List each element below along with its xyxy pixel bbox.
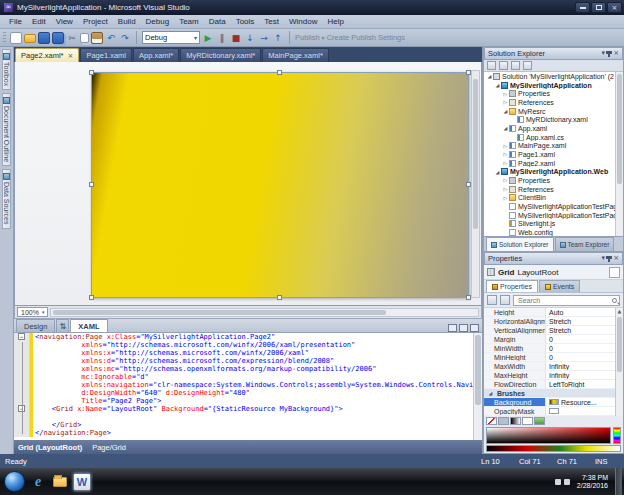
tree-item-page2-xaml[interactable]: ▷Page2.xaml [484,159,623,168]
doc-tab-page1-xaml[interactable]: Page1.xaml [80,48,132,62]
tab-xaml[interactable]: XAML [70,319,107,332]
scrollbar-thumb[interactable] [475,335,481,405]
close-icon[interactable]: × [613,50,619,57]
gradient-brush-icon[interactable] [510,417,521,425]
break-all-icon[interactable]: ‖ [216,32,228,44]
scrollbar-thumb[interactable] [617,317,622,372]
doc-tab-app-xaml[interactable]: App.xaml* [133,48,179,62]
xaml-editor[interactable]: −<navigation:Page x:Class="MySilverlight… [14,333,482,440]
code-line-3[interactable]: xmlns:x="http://schemas.microsoft.com/wi… [14,349,482,357]
tool-tab-data-sources[interactable]: Data Sources [2,169,11,228]
code-line-9[interactable]: Title="Page2 Page"> [14,397,482,405]
property-row-opacitymask[interactable]: OpacityMask [484,407,623,416]
expander-icon[interactable]: ▷ [502,160,509,166]
tree-item-properties[interactable]: ▷Properties [484,89,623,98]
create-publish-settings-label[interactable]: Create Publish Settings [327,33,405,42]
code-line-5[interactable]: xmlns:mc="http://schemas.openxmlformats.… [14,365,482,373]
expander-icon[interactable]: ◢ [494,82,501,88]
expander-icon[interactable]: ▷ [502,99,509,105]
artboard-page2[interactable] [91,72,469,298]
property-value[interactable]: Stretch [546,326,623,334]
window-position-icon[interactable]: ▾ [602,255,606,262]
step-over-icon[interactable]: → [258,32,270,44]
property-row-horizontalalignme[interactable]: HorizontalAlignmeStretch [484,317,623,326]
resource-brush-icon[interactable] [534,417,545,425]
expander-icon[interactable]: ▷ [502,143,509,149]
selection-handle[interactable] [89,182,94,187]
tree-item-references[interactable]: ▷References [484,185,623,194]
tree-item-properties[interactable]: ▷Properties [484,176,623,185]
property-row-maxheight[interactable]: MaxHeightInfinity [484,371,623,380]
internet-explorer-icon[interactable]: e [29,473,47,491]
saturation-value-canvas[interactable] [486,427,611,444]
explorer-folder-icon[interactable] [51,473,69,491]
breadcrumb-grid-layoutroot[interactable]: Grid (LayoutRoot) [18,443,82,452]
solution-configuration-dropdown[interactable]: Debug ▾ [142,31,200,44]
scrollbar-thumb[interactable] [53,310,386,315]
publish-button[interactable]: Publish [295,33,320,42]
property-row-background[interactable]: BackgroundResource... [484,398,623,407]
tree-item-mainpage-xaml[interactable]: ▷MainPage.xaml [484,141,623,150]
selection-handle[interactable] [277,295,282,300]
window-position-icon[interactable]: ▾ [602,50,606,57]
grid-vertical-scrollbar[interactable]: ▲ [615,308,623,416]
cut-icon[interactable]: ✂ [66,32,78,44]
categorize-icon[interactable] [487,295,497,305]
code-line-11[interactable] [14,413,482,421]
tree-item-mysilverlightapplication[interactable]: ◢MySilverlightApplication [484,81,623,90]
code-line-7[interactable]: xmlns:navigation="clr-namespace:System.W… [14,381,482,389]
code-line-10[interactable]: − <Grid x:Name="LayoutRoot" Background="… [14,405,482,413]
code-line-8[interactable]: d:DesignWidth="640" d:DesignHeight="480" [14,389,482,397]
expander-icon[interactable]: ▷ [502,151,509,157]
refresh-icon[interactable] [511,61,520,70]
tree-item-references[interactable]: ▷References [484,98,623,107]
menu-build[interactable]: Build [113,16,141,27]
property-row-brushes[interactable]: ◢Brushes [484,389,623,398]
property-value[interactable]: LeftToRight [546,380,623,388]
expander-icon[interactable]: ▷ [502,186,509,192]
tree-item-silverlight-js[interactable]: Silverlight.js [484,219,623,228]
solution-explorer-title-bar[interactable]: Solution Explorer ▾ × [484,47,623,60]
code-line-6[interactable]: mc:Ignorable="d" [14,373,482,381]
expand-pane-icon[interactable] [470,324,479,332]
code-line-12[interactable]: </Grid> [14,421,482,429]
null-brush-icon[interactable] [486,417,497,425]
sort-alphabetical-icon[interactable] [500,295,510,305]
properties-title-bar[interactable]: Properties ▾ × [484,252,623,265]
selection-handle[interactable] [89,295,94,300]
zoom-dropdown[interactable]: 100% ▾ [17,307,48,317]
new-project-icon[interactable] [10,32,22,44]
tab-design[interactable]: Design [16,319,55,332]
tree-item-clientbin[interactable]: ▷ClientBin [484,193,623,202]
maximize-button[interactable] [591,2,606,13]
gradient-stop-bar[interactable] [486,445,621,452]
fold-toggle-icon[interactable]: − [18,333,25,340]
property-value[interactable]: Resource... [546,398,623,406]
expander-icon[interactable]: ◢ [502,108,509,114]
split-vertical-icon[interactable] [459,324,468,332]
menu-window[interactable]: Window [284,16,322,27]
expander-icon[interactable]: ◢ [486,73,493,79]
copy-icon[interactable] [80,33,89,43]
selection-handle[interactable] [277,70,282,75]
tool-tab-document-outline[interactable]: Document Outline [2,93,11,166]
property-value[interactable]: Auto [546,308,623,316]
network-icon[interactable] [555,479,561,485]
tree-vertical-scrollbar[interactable] [615,72,623,236]
code-line-4[interactable]: xmlns:d="http://schemas.microsoft.com/ex… [14,357,482,365]
doc-tab-page2-xaml[interactable]: Page2.xaml*× [15,48,79,62]
code-line-1[interactable]: −<navigation:Page x:Class="MySilverlight… [14,333,482,341]
close-tab-icon[interactable]: × [68,52,74,60]
view-code-icon[interactable] [523,61,532,70]
bottom-tab-team-explorer[interactable]: Team Explorer [555,237,615,251]
swap-panes-button[interactable]: ⇅ [56,319,69,332]
solid-brush-icon[interactable] [498,417,509,425]
pin-icon[interactable] [608,256,610,262]
code-line-13[interactable]: </navigation:Page> [14,429,482,437]
tree-item-page1-xaml[interactable]: ▷Page1.xaml [484,150,623,159]
step-into-icon[interactable]: ↓ [244,32,256,44]
volume-icon[interactable] [564,479,570,485]
close-button[interactable]: × [607,2,622,13]
property-row-flowdirection[interactable]: FlowDirectionLeftToRight [484,380,623,389]
tree-item-app-xaml-cs[interactable]: App.xaml.cs [484,133,623,142]
